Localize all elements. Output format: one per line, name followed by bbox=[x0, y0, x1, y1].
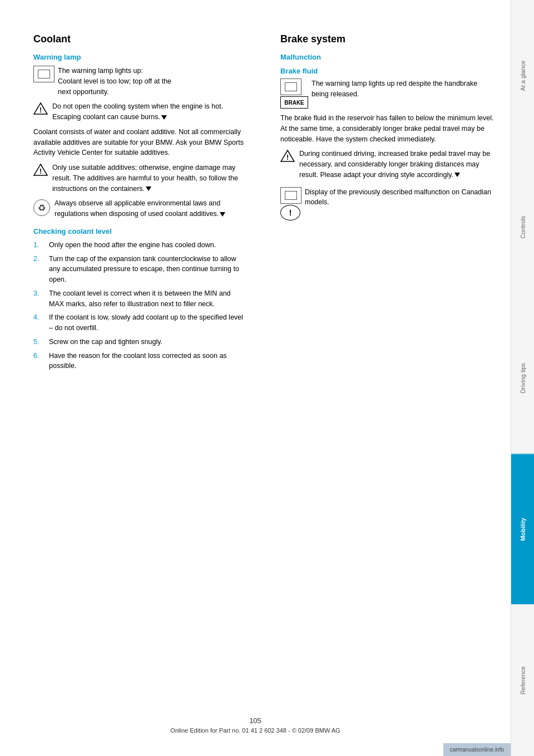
brake-lamp-inner bbox=[285, 82, 297, 91]
step-6-text: Have the reason for the coolant loss cor… bbox=[49, 351, 247, 372]
brake-lamp-indicator: BRAKE The warning lamp lights up red des… bbox=[280, 78, 494, 109]
warning-triangle-icon-1: ! bbox=[33, 102, 48, 115]
main-content: Coolant Warning lamp The warning lamp li… bbox=[0, 0, 511, 756]
sidebar: At a glance Controls Driving tips Mobili… bbox=[511, 0, 534, 756]
footer-text: Online Edition for Part no. 01 41 2 602 … bbox=[0, 727, 511, 734]
brake-warning-block: ! During continued driving, increased br… bbox=[280, 149, 494, 180]
warning-block-1: ! Do not open the cooling system when th… bbox=[33, 101, 247, 122]
brake-fluid-para-1: The brake fluid in the reservoir has fal… bbox=[280, 113, 494, 144]
step-3-num: 3. bbox=[33, 288, 49, 310]
end-mark-2 bbox=[146, 186, 151, 191]
step-1: 1. Only open the hood after the engine h… bbox=[33, 240, 247, 251]
warning-lamp-heading: Warning lamp bbox=[33, 53, 247, 61]
svg-text:!: ! bbox=[286, 154, 289, 161]
step-3-text: The coolant level is correct when it is … bbox=[49, 288, 247, 310]
svg-text:!: ! bbox=[39, 168, 42, 175]
step-4-num: 4. bbox=[33, 312, 49, 333]
checking-coolant-heading: Checking coolant level bbox=[33, 227, 247, 235]
canadian-lamp-inner bbox=[285, 191, 297, 200]
brake-lamp-text: The warning lamp lights up red despite t… bbox=[312, 78, 494, 100]
brake-warning-triangle-icon: ! bbox=[280, 150, 295, 162]
checking-coolant-steps: 1. Only open the hood after the engine h… bbox=[33, 240, 247, 371]
sidebar-tab-reference[interactable]: Reference bbox=[511, 605, 534, 756]
brake-fluid-heading: Brake fluid bbox=[280, 67, 494, 75]
malfunction-heading: Malfunction bbox=[280, 53, 494, 61]
coolant-lamp-indicator: The warning lamp lights up: Coolant leve… bbox=[33, 66, 247, 97]
warning-text-2: Only use suitable additives; otherwise, … bbox=[52, 163, 247, 194]
step-6-num: 6. bbox=[33, 351, 49, 372]
canadian-symbols: ! bbox=[280, 187, 301, 220]
step-4: 4. If the coolant is low, slowly add coo… bbox=[33, 312, 247, 333]
step-3: 3. The coolant level is correct when it … bbox=[33, 288, 247, 310]
brake-lamp-symbols: BRAKE bbox=[280, 78, 308, 109]
page-container: Coolant Warning lamp The warning lamp li… bbox=[0, 0, 534, 756]
lamp-symbol bbox=[33, 66, 55, 82]
step-5-num: 5. bbox=[33, 337, 49, 347]
right-column: Brake system Malfunction Brake fluid BRA… bbox=[275, 33, 494, 723]
canadian-info-text: Display of the previously described malf… bbox=[305, 187, 494, 208]
brake-warning-text: During continued driving, increased brak… bbox=[299, 149, 494, 180]
step-4-text: If the coolant is low, slowly add coolan… bbox=[49, 312, 247, 333]
watermark: carmanualsonline.info bbox=[443, 743, 511, 756]
step-5-text: Screw on the cap and tighten snugly. bbox=[49, 337, 247, 347]
brake-system-title: Brake system bbox=[280, 33, 494, 45]
page-footer: 105 Online Edition for Part no. 01 41 2 … bbox=[0, 716, 511, 734]
recycle-text: Always observe all applicable environmen… bbox=[55, 198, 247, 219]
recycle-block: ♻ Always observe all applicable environm… bbox=[33, 198, 247, 219]
step-6: 6. Have the reason for the coolant loss … bbox=[33, 351, 247, 372]
sidebar-tab-at-a-glance[interactable]: At a glance bbox=[511, 0, 534, 151]
sidebar-tab-mobility[interactable]: Mobility bbox=[511, 454, 534, 605]
brake-label-box: BRAKE bbox=[280, 96, 308, 109]
left-column: Coolant Warning lamp The warning lamp li… bbox=[33, 33, 258, 723]
sidebar-tab-driving-tips[interactable]: Driving tips bbox=[511, 302, 534, 454]
warning-triangle-icon-2: ! bbox=[33, 164, 48, 176]
step-5: 5. Screw on the cap and tighten snugly. bbox=[33, 337, 247, 347]
page-number: 105 bbox=[0, 716, 511, 725]
warning-text-1: Do not open the cooling system when the … bbox=[52, 101, 247, 122]
brake-end-mark bbox=[454, 173, 460, 177]
end-mark-3 bbox=[220, 212, 225, 217]
sidebar-tab-controls[interactable]: Controls bbox=[511, 151, 534, 303]
warning-lamp-text: The warning lamp lights up: Coolant leve… bbox=[58, 66, 171, 97]
brake-lamp-symbol-top bbox=[280, 78, 301, 95]
warning-block-2: ! Only use suitable additives; otherwise… bbox=[33, 163, 247, 194]
svg-text:!: ! bbox=[39, 106, 42, 114]
step-1-text: Only open the hood after the engine has … bbox=[49, 240, 247, 251]
lamp-inner bbox=[38, 70, 50, 78]
canadian-info-block: ! Display of the previously described ma… bbox=[280, 187, 494, 220]
coolant-title: Coolant bbox=[33, 33, 247, 45]
step-2-text: Turn the cap of the expansion tank count… bbox=[49, 254, 247, 285]
brake-label: BRAKE bbox=[284, 100, 304, 106]
step-2-num: 2. bbox=[33, 254, 49, 285]
recycle-icon: ♻ bbox=[33, 199, 50, 216]
info-circle-icon: ! bbox=[280, 205, 300, 220]
step-1-num: 1. bbox=[33, 240, 49, 251]
canadian-lamp-symbol bbox=[280, 187, 301, 204]
end-mark-1 bbox=[161, 115, 167, 120]
coolant-para-1: Coolant consists of water and coolant ad… bbox=[33, 127, 247, 158]
step-2: 2. Turn the cap of the expansion tank co… bbox=[33, 254, 247, 285]
